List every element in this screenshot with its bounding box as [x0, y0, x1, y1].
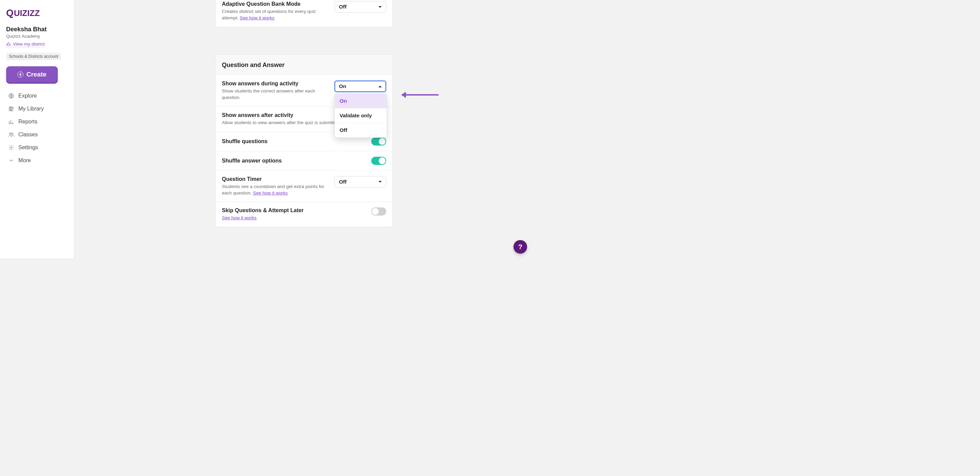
annotation-arrow [401, 92, 439, 98]
chart-icon [8, 119, 14, 125]
sidebar: Q UIZIZZ Deeksha Bhat Quizizz Academy Vi… [0, 0, 74, 259]
nav-classes-label: Classes [18, 132, 38, 138]
nav-classes[interactable]: Classes [6, 128, 68, 141]
adaptive-desc: Creates distinct set of questions for ev… [222, 8, 329, 21]
svg-point-6 [11, 146, 12, 148]
globe-icon [8, 93, 14, 99]
user-academy: Quizizz Academy [6, 34, 68, 39]
create-button-label: Create [26, 71, 46, 78]
adaptive-title: Adaptive Question Bank Mode [222, 1, 329, 7]
timer-desc: Students see a countdown and get extra p… [222, 184, 329, 197]
chevron-down-icon [8, 157, 14, 163]
timer-select-value: Off [339, 179, 347, 185]
adaptive-link[interactable]: See how it works [240, 15, 275, 21]
shuffle-a-row: Shuffle answer options [216, 151, 392, 171]
dropdown-opt-validate[interactable]: Validate only [335, 108, 387, 123]
dropdown-opt-off[interactable]: Off [335, 123, 387, 137]
nav-settings[interactable]: Settings [6, 141, 68, 154]
svg-text:Q: Q [6, 8, 14, 18]
qa-section-body: Show answers during activity Show studen… [215, 75, 393, 227]
plus-circle-icon [18, 71, 24, 78]
dropdown-opt-on[interactable]: On [335, 94, 387, 108]
nav-explore-label: Explore [18, 93, 37, 99]
skip-link[interactable]: See how it works [222, 215, 256, 220]
nav-library-label: My Library [18, 106, 44, 112]
nav-more[interactable]: More [6, 154, 68, 167]
shuffle-q-toggle[interactable] [371, 137, 386, 146]
show-during-dropdown: On Validate only Off [334, 94, 387, 138]
settings-card-prev: improve accuracy. Adaptive Question Bank… [215, 0, 393, 27]
timer-link[interactable]: See how it works [253, 190, 288, 195]
classes-icon [8, 132, 14, 138]
question-mark-icon: ? [518, 243, 522, 251]
user-name: Deeksha Bhat [6, 26, 68, 33]
svg-point-4 [10, 133, 11, 134]
create-button[interactable]: Create [6, 66, 58, 83]
skip-row: Skip Questions & Attempt Later See how i… [216, 202, 392, 227]
district-icon [6, 42, 11, 47]
show-during-select-value: On [339, 83, 347, 89]
nav-explore[interactable]: Explore [6, 89, 68, 102]
timer-row: Question Timer Students see a countdown … [216, 171, 392, 202]
gear-icon [8, 144, 14, 151]
district-link-label: View my district [13, 41, 45, 47]
caret-up-icon [379, 86, 382, 87]
sidebar-nav: Explore My Library Reports Classes Setti… [6, 89, 68, 167]
quizizz-logo: Q UIZIZZ [6, 6, 68, 20]
caret-down-icon [379, 6, 382, 8]
adaptive-select-value: Off [339, 4, 347, 10]
timer-select[interactable]: Off [334, 176, 386, 188]
show-during-title: Show answers during activity [222, 81, 329, 87]
help-fab[interactable]: ? [514, 240, 527, 254]
skip-toggle[interactable] [371, 208, 386, 216]
adaptive-select[interactable]: Off [334, 1, 386, 13]
nav-library[interactable]: My Library [6, 102, 68, 115]
svg-point-5 [11, 133, 13, 134]
nav-reports-label: Reports [18, 119, 37, 125]
show-during-desc: Show students the correct answers after … [222, 88, 329, 101]
svg-point-2 [11, 16, 13, 18]
skip-title: Skip Questions & Attempt Later [222, 208, 366, 214]
show-during-row: Show answers during activity Show studen… [216, 75, 392, 107]
nav-settings-label: Settings [18, 144, 38, 151]
nav-reports[interactable]: Reports [6, 115, 68, 128]
library-icon [8, 106, 14, 112]
shuffle-q-title: Shuffle questions [222, 138, 366, 144]
account-type-chip: Schools & Districts account [6, 53, 61, 60]
nav-more-label: More [18, 157, 30, 163]
view-district-link[interactable]: View my district [6, 41, 45, 47]
shuffle-a-toggle[interactable] [371, 157, 386, 165]
shuffle-a-title: Shuffle answer options [222, 158, 366, 164]
show-during-select[interactable]: On On Validate only Off [334, 81, 386, 92]
caret-down-icon [379, 181, 382, 182]
qa-section-header: Question and Answer [215, 54, 393, 76]
adaptive-row: Adaptive Question Bank Mode Creates dist… [216, 0, 392, 27]
svg-text:UIZIZZ: UIZIZZ [14, 8, 40, 18]
timer-title: Question Timer [222, 176, 329, 182]
